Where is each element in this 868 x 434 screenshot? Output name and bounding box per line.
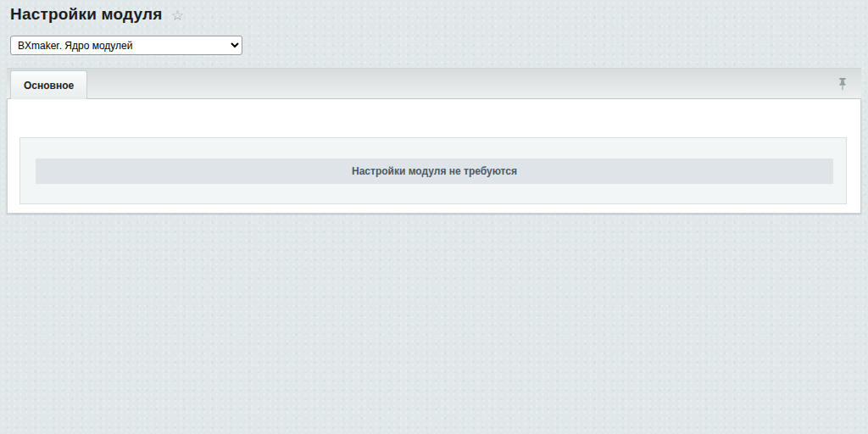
tab-strip: Основное xyxy=(7,68,861,99)
page-header: Настройки модуля ☆ xyxy=(10,5,184,24)
tab-main[interactable]: Основное xyxy=(10,70,87,99)
content-panel: Настройки модуля не требуются xyxy=(7,99,861,214)
notice-text: Настройки модуля не требуются xyxy=(352,165,517,177)
pin-icon xyxy=(837,77,849,91)
notice-box: Настройки модуля не требуются xyxy=(19,137,847,204)
module-select[interactable]: BXmaker. Ядро модулей xyxy=(10,36,242,55)
pin-button[interactable] xyxy=(836,77,849,91)
page-title: Настройки модуля xyxy=(10,5,163,24)
favorite-star-icon[interactable]: ☆ xyxy=(171,8,184,23)
tab-main-label: Основное xyxy=(24,80,74,92)
notice-bar: Настройки модуля не требуются xyxy=(36,159,833,184)
